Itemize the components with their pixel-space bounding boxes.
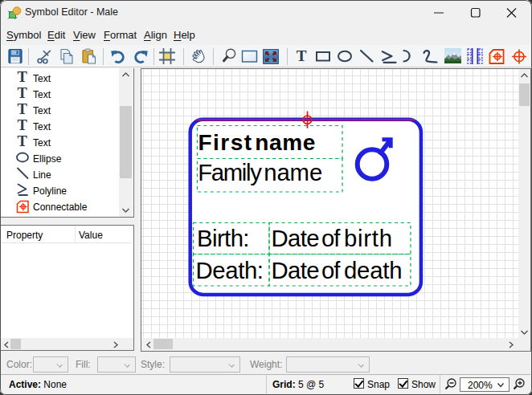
svg-text:name: name [255,130,315,155]
svg-text:T: T [18,101,28,117]
svg-text:Date: Date [272,225,320,251]
svg-text:birth: birth [344,225,392,251]
svg-text:T: T [18,85,28,101]
svg-text:death: death [344,257,403,283]
svg-text:of: of [321,225,341,251]
svg-text:T: T [18,117,28,133]
svg-text:Birth:: Birth: [197,225,250,251]
svg-text:First: First [198,130,252,155]
svg-text:Death:: Death: [196,257,264,283]
svg-text:T: T [18,133,28,149]
svg-text:T: T [18,70,28,85]
svg-text:Date: Date [272,257,320,283]
svg-text:name: name [264,159,322,185]
svg-text:Family: Family [198,159,262,185]
svg-text:of: of [321,257,341,283]
